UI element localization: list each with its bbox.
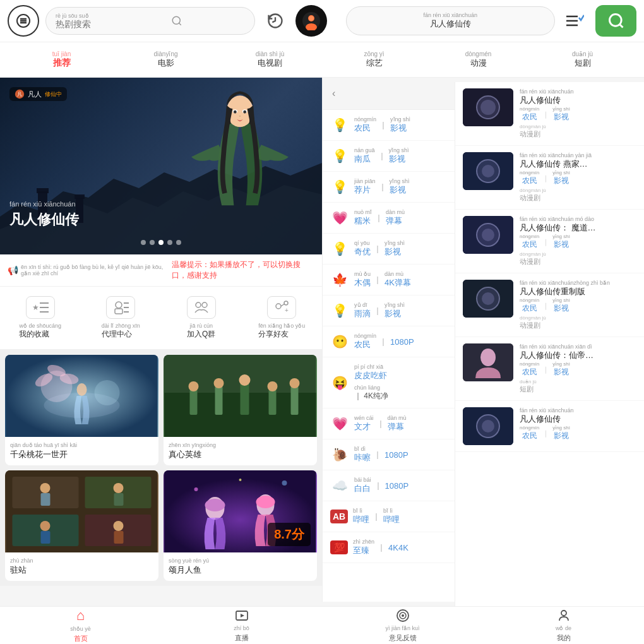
result-1-sub: dòngmàn jù 动漫剧 xyxy=(520,188,636,203)
card-3-image: 8.7分 xyxy=(164,470,317,552)
list-check-button[interactable] xyxy=(561,7,589,35)
home-label: 首页 xyxy=(74,634,88,643)
proxy-icon xyxy=(106,296,135,319)
card-2-title: zhù zhàn 驻站 xyxy=(10,558,153,575)
source-0-name: nóngmín 农民 xyxy=(354,116,376,134)
avatar-button[interactable] xyxy=(295,5,327,37)
result-4-info: fán rén xiū xiānchuán xiān dì 凡人修仙传：仙帝… … xyxy=(520,343,636,394)
search-icon xyxy=(171,15,182,27)
source-7-emoji: 😶 xyxy=(330,334,349,349)
tab-anime[interactable]: dòngmén 动漫 xyxy=(426,47,530,72)
svg-point-79 xyxy=(205,499,225,511)
bottom-nav-feedback[interactable]: yì jiàn fǎn kuì 意见反馈 xyxy=(322,607,483,644)
tab-tv-pinyin: diàn shì jù xyxy=(218,51,322,57)
source-4-name: qí yōu 奇优 xyxy=(354,240,371,258)
quick-action-share[interactable]: + fēn xiǎng hǎo yǒu 分享好友 xyxy=(242,296,323,340)
feedback-pinyin: yì jiàn fǎn kuì xyxy=(385,625,419,631)
result-item-0[interactable]: fán rén xiū xiānchuán 凡人修仙传 nóngmín 农民 ｜… xyxy=(455,82,644,146)
tab-variety-pinyin: zōng yì xyxy=(322,51,426,57)
card-0-body: qiān duǒ táo huā yī shì kāi 千朵桃花一世开 xyxy=(5,437,158,465)
menu-button[interactable] xyxy=(8,5,39,37)
source-13-emoji: 💯 xyxy=(330,540,348,554)
svg-point-101 xyxy=(480,349,496,366)
history-button[interactable] xyxy=(261,7,289,35)
bottom-nav-home[interactable]: ⌂ shǒu yè 首页 xyxy=(0,607,161,644)
tab-movie[interactable]: diànyǐng 电影 xyxy=(114,47,218,72)
bottom-nav-live[interactable]: zhí bō 直播 xyxy=(161,607,322,644)
quick-action-proxy[interactable]: dài lǐ zhōng xīn 代理中心 xyxy=(81,296,162,340)
search-bar[interactable]: rè jù sōu suǒ xyxy=(45,7,255,35)
bottom-nav-profile[interactable]: wǒ de 我的 xyxy=(483,607,644,644)
green-search-button[interactable] xyxy=(595,5,636,37)
search-input[interactable] xyxy=(56,19,166,29)
tab-recommend[interactable]: tuī jiàn 推荐 xyxy=(9,47,114,72)
source-3-type: dàn mù 弹幕 xyxy=(386,209,405,227)
result-3-sub: dòngmàn jù 动漫剧 xyxy=(520,315,636,330)
result-3-pinyin: fán rén xiū xiānchuánzhòng zhì bǎn xyxy=(520,280,636,286)
tab-recommend-label: 推荐 xyxy=(53,57,71,68)
tab-anime-label: 动漫 xyxy=(470,58,487,68)
svg-point-66 xyxy=(40,483,51,493)
search-results-panel: fán rén xiū xiānchuán 凡人修仙传 nóngmín 农民 ｜… xyxy=(455,82,644,606)
source-12-name: bǐ lì 哔哩 xyxy=(353,508,369,525)
source-7-type: 1080P xyxy=(390,337,414,347)
source-8-emoji: 😝 xyxy=(330,375,349,390)
tab-anime-pinyin: dòngmén xyxy=(426,51,530,57)
svg-point-36 xyxy=(196,302,201,307)
source-10-name: bǐ dì 咔嚓 xyxy=(354,446,371,463)
back-icon[interactable]: ‹ xyxy=(332,88,345,99)
quick-action-qq[interactable]: jiā rù cún 加入Q群 xyxy=(161,296,242,340)
source-0-type: yǐng shì 影视 xyxy=(390,116,410,134)
content-card-3[interactable]: 8.7分 sòng yuè rén yú 颂月人鱼 xyxy=(164,470,317,581)
right-search-bar[interactable]: fán rén xiū xiānchuán 凡人修仙传 xyxy=(346,6,556,35)
result-2-title: 凡人修仙传： 魔道… xyxy=(520,222,636,234)
card-2-image xyxy=(5,470,158,552)
source-1-name: nán guā 南瓜 xyxy=(354,147,375,165)
right-search-value: 凡人修仙传 xyxy=(430,18,471,30)
svg-point-77 xyxy=(239,479,242,481)
result-item-4[interactable]: fán rén xiū xiānchuán xiān dì 凡人修仙传：仙帝… … xyxy=(455,337,644,401)
source-8-name: pí pí chī xiā 皮皮吃虾 xyxy=(354,364,387,381)
feedback-label: 意见反馈 xyxy=(389,633,417,643)
quick-actions: ★ wǒ de shōucáng 我的收藏 xyxy=(0,287,322,350)
nav-tabs: tuī jiàn 推荐 diànyǐng 电影 diàn shì jù 电视剧 … xyxy=(0,42,644,78)
warning-icon: 📢 xyxy=(8,265,18,275)
banner-text: fán rén xiū xiānchuán 凡人修仙传 xyxy=(9,200,79,229)
collect-icon: ★ xyxy=(26,296,55,319)
content-card-0[interactable]: qiān duǒ táo huā yī shì kāi 千朵桃花一世开 xyxy=(5,355,158,465)
svg-rect-73 xyxy=(114,531,124,544)
result-4-sub: duǎn jù 短剧 xyxy=(520,379,636,394)
svg-text:+: + xyxy=(285,307,289,314)
content-card-2[interactable]: zhù zhàn 驻站 xyxy=(5,470,158,581)
svg-point-70 xyxy=(40,521,51,531)
svg-point-60 xyxy=(290,378,300,388)
header: rè jù sōu suǒ fán rén xiū xiānchuán 凡人修仙… xyxy=(0,0,644,42)
left-panel: 凡 凡人 修仙中 fán rén xiū xiānchuán 凡人修仙传 📢 ē… xyxy=(0,78,322,602)
svg-point-52 xyxy=(189,381,199,391)
result-item-1[interactable]: fán rén xiū xiānchuán yàn jiā 凡人修仙传 燕家… … xyxy=(455,146,644,210)
result-item-3[interactable]: fán rén xiū xiānchuánzhòng zhì bǎn 凡人修仙传… xyxy=(455,273,644,337)
tab-movie-label: 电影 xyxy=(158,58,174,68)
svg-marker-83 xyxy=(241,614,244,617)
source-5-emoji: 🍁 xyxy=(330,272,349,287)
dot-1 xyxy=(141,240,146,245)
right-search-pinyin: fán rén xiū xiānchuán xyxy=(423,12,477,18)
banner-pinyin: fán rén xiū xiānchuán xyxy=(9,200,79,208)
tab-tv[interactable]: diàn shì jù 电视剧 xyxy=(218,47,322,72)
tab-variety[interactable]: zōng yì 综艺 xyxy=(322,47,426,72)
result-item-5[interactable]: fán rén xiū xiānchuán 凡人修仙传 nóngmín 农民 ｜… xyxy=(455,401,644,452)
source-12-type: bǐ lì 哔哩 xyxy=(383,508,400,525)
tab-short[interactable]: duǎn jù 短剧 xyxy=(530,47,635,72)
profile-icon xyxy=(556,608,571,623)
content-card-1[interactable]: zhēn xīn yīngxióng 真心英雄 xyxy=(164,355,317,465)
source-5-type: dàn mù 4K弹幕 xyxy=(385,271,411,289)
quick-action-collect[interactable]: ★ wǒ de shōucáng 我的收藏 xyxy=(0,296,81,340)
feedback-icon xyxy=(395,608,410,623)
content-grid: qiān duǒ táo huā yī shì kāi 千朵桃花一世开 xyxy=(0,350,322,586)
result-item-2[interactable]: fán rén xiū xiānchuán mó dào 凡人修仙传： 魔道… … xyxy=(455,210,644,273)
qq-icon xyxy=(187,296,216,319)
source-10-emoji: 🐌 xyxy=(330,447,349,462)
proxy-label: dài lǐ zhōng xīn 代理中心 xyxy=(102,323,140,340)
source-3-emoji: 💗 xyxy=(330,210,349,225)
banner[interactable]: 凡 凡人 修仙中 fán rén xiū xiānchuán 凡人修仙传 xyxy=(0,78,322,254)
